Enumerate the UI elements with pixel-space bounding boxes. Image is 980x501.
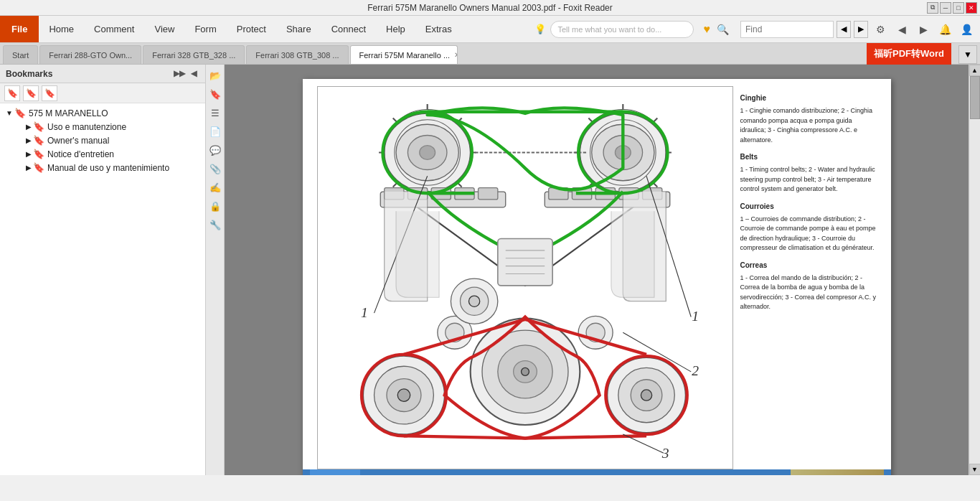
svg-text:1: 1 <box>692 309 699 324</box>
file-menu[interactable]: File <box>0 16 39 42</box>
find-input[interactable] <box>740 21 834 38</box>
tab-ferrari-308-label: Ferrari 308 GTB_308 ... <box>255 51 339 60</box>
pdf-page: 1 1 2 3 <box>303 79 891 475</box>
belts-title: Belts <box>740 152 877 162</box>
tab-ferrari-328[interactable]: Ferrari 328 GTB_328 ... <box>143 45 245 64</box>
right-scrollbar[interactable]: ▲ ▼ <box>969 65 980 475</box>
svg-rect-64 <box>497 238 552 285</box>
tab-ferrari-308[interactable]: Ferrari 308 GTB_308 ... <box>246 45 348 64</box>
svg-text:1: 1 <box>360 305 367 320</box>
page-number: 3.6 <box>310 469 360 475</box>
bookmark-root[interactable]: ▼ 🔖 575 M MARANELLO <box>3 106 202 120</box>
correas-text: 1 - Correa del mando de la distribución;… <box>740 273 877 312</box>
sidebar-lock-icon[interactable]: 🔒 <box>207 198 223 214</box>
svg-point-4 <box>419 146 435 160</box>
tab-close-icon[interactable]: ✕ <box>454 51 457 59</box>
scroll-thumb[interactable] <box>970 76 980 119</box>
bookmark-item-0[interactable]: ▶ 🔖 Uso e manutenzione <box>3 120 202 134</box>
svg-rect-18 <box>478 188 497 200</box>
bookmark-collapse-icon[interactable]: ◀ <box>188 68 199 80</box>
cinghie-title: Cinghie <box>740 93 877 103</box>
window-title: Ferrari 575M Maranello Owners Manual 200… <box>367 3 612 13</box>
sidebar-open-icon[interactable]: 📂 <box>207 67 223 83</box>
settings-icon[interactable]: ⚙ <box>871 20 890 39</box>
svg-point-44 <box>468 296 479 306</box>
cinghie-text: 1 - Cinghie comando distribuzione; 2 - C… <box>740 106 877 145</box>
find-prev-btn[interactable]: ◀ <box>837 21 851 38</box>
bookmark-icon-3[interactable]: 🔖 <box>42 85 57 101</box>
scroll-down-btn[interactable]: ▼ <box>969 464 981 475</box>
share-menu[interactable]: Share <box>276 16 321 42</box>
tabs-dropdown[interactable]: ▼ <box>958 45 977 64</box>
bookmark-item-2[interactable]: ▶ 🔖 Notice d'entretien <box>3 147 202 161</box>
close-btn[interactable]: ✕ <box>966 2 977 14</box>
extras-menu[interactable]: Extras <box>415 16 462 42</box>
nav-next-icon[interactable]: ▶ <box>914 20 933 39</box>
tab-ferrari-288-label: Ferrari 288-GTO Own... <box>49 51 132 60</box>
pdf-text-panel: Cinghie 1 - Cinghie comando distribuzion… <box>740 86 877 469</box>
scroll-track[interactable] <box>970 76 980 464</box>
tab-ferrari-575[interactable]: Ferrari 575M Maranello ... ✕ <box>350 45 458 64</box>
tabs-row: Start Ferrari 288-GTO Own... Ferrari 328… <box>0 43 980 65</box>
engine-diagram: 1 1 2 3 <box>317 86 733 469</box>
restore-btn[interactable]: ⧉ <box>927 2 938 14</box>
item-2-toggle: ▶ <box>26 150 32 158</box>
search-toolbar-icon[interactable]: 🔍 <box>713 20 732 39</box>
form-menu[interactable]: Form <box>184 16 226 42</box>
tab-ferrari-288[interactable]: Ferrari 288-GTO Own... <box>39 45 141 64</box>
maximize-btn[interactable]: □ <box>953 2 964 14</box>
bookmark-item-3[interactable]: ▶ 🔖 Manual de uso y mantenimiento <box>3 161 202 174</box>
nav-prev-icon[interactable]: ◀ <box>892 20 911 39</box>
tab-start-label: Start <box>12 51 29 60</box>
sidebar-comments-icon[interactable]: 💬 <box>207 142 223 158</box>
sidebar-bookmark-icon[interactable]: 🔖 <box>207 86 223 102</box>
bookmarks-title: Bookmarks <box>6 69 52 79</box>
sidebar-page-icon[interactable]: 📄 <box>207 123 223 139</box>
bookmark-icon-2[interactable]: 🔖 <box>23 85 39 101</box>
notification-icon[interactable]: 🔔 <box>936 20 954 39</box>
svg-point-33 <box>397 389 410 401</box>
bookmark-item-2-label: Notice d'entretien <box>47 149 114 159</box>
bookmark-item-1-label: Owner's manual <box>47 136 109 146</box>
pdf-area[interactable]: 1 1 2 3 <box>225 65 969 475</box>
root-bookmark-icon: 🔖 <box>14 108 26 118</box>
bookmarks-panel: Bookmarks ▶▶ ◀ 🔖 🔖 🔖 ▼ 🔖 575 M MARANELLO… <box>0 65 206 475</box>
tab-start[interactable]: Start <box>3 45 38 64</box>
home-menu[interactable]: Home <box>39 16 84 42</box>
item-0-toggle: ▶ <box>26 123 32 131</box>
item-1-toggle: ▶ <box>26 136 32 144</box>
comment-menu[interactable]: Comment <box>84 16 144 42</box>
tell-me-placeholder: Tell me what you want to do... <box>558 25 662 34</box>
pdf-content: 1 1 2 3 <box>303 79 891 469</box>
watermark: DM▲AUTO <box>791 469 884 475</box>
bookmark-icon-1[interactable]: 🔖 <box>4 85 20 101</box>
bookmark-item-1[interactable]: ▶ 🔖 Owner's manual <box>3 134 202 147</box>
tab-ferrari-328-label: Ferrari 328 GTB_328 ... <box>152 51 235 60</box>
pdf-convert-banner[interactable]: 福昕PDF转Word <box>867 43 951 65</box>
pdf-footer: 3.6 MOTORE ENGINE MOTEUR MOTOR DM▲AUTO <box>303 469 891 475</box>
scroll-up-btn[interactable]: ▲ <box>969 65 981 76</box>
tell-me-input[interactable]: Tell me what you want to do... <box>550 21 694 38</box>
bookmark-root-label: 575 M MARANELLO <box>29 108 108 118</box>
sidebar-tools-icon[interactable]: 🔧 <box>207 217 223 233</box>
menu-bar: File Home Comment View Form Protect Shar… <box>0 16 980 43</box>
bookmark-toolbar: 🔖 🔖 🔖 <box>0 83 205 103</box>
courroies-text: 1 – Courroies de commande distribution; … <box>740 215 877 253</box>
belts-text: 1 - Timing control belts; 2 - Water and … <box>740 165 877 195</box>
sidebar-attach-icon[interactable]: 📎 <box>207 161 223 177</box>
sidebar-sign-icon[interactable]: ✍ <box>207 179 223 195</box>
item-3-icon: 🔖 <box>33 162 44 173</box>
bookmarks-header: Bookmarks ▶▶ ◀ <box>0 65 205 83</box>
help-menu[interactable]: Help <box>376 16 415 42</box>
bookmark-expand-icon[interactable]: ▶▶ <box>174 68 185 80</box>
find-next-btn[interactable]: ▶ <box>854 21 868 38</box>
connect-menu[interactable]: Connect <box>321 16 376 42</box>
item-1-icon: 🔖 <box>33 135 44 146</box>
sidebar-layers-icon[interactable]: ☰ <box>207 105 223 121</box>
item-2-icon: 🔖 <box>33 149 44 159</box>
minimize-btn[interactable]: ─ <box>940 2 951 14</box>
pdf-convert-text: 福昕PDF转Word <box>874 47 944 60</box>
view-menu[interactable]: View <box>144 16 184 42</box>
protect-menu[interactable]: Protect <box>227 16 276 42</box>
user-icon[interactable]: 👤 <box>957 20 976 39</box>
